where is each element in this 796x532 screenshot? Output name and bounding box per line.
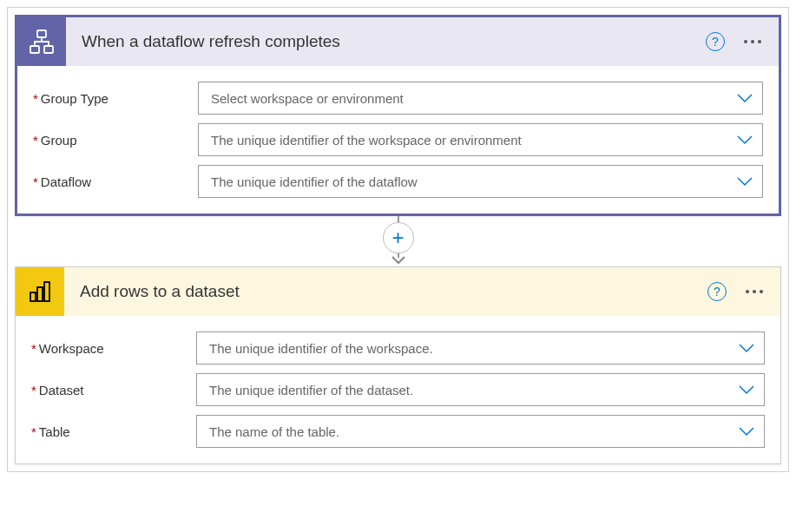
field-label: *Table bbox=[31, 424, 196, 439]
trigger-body: *Group Type Select workspace or environm… bbox=[17, 66, 779, 213]
field-workspace: *Workspace The unique identifier of the … bbox=[31, 332, 765, 365]
powerbi-icon bbox=[16, 267, 64, 316]
svg-rect-7 bbox=[37, 287, 43, 301]
field-label: *Dataflow bbox=[33, 174, 198, 189]
arrow-down-icon bbox=[391, 256, 405, 265]
svg-point-10 bbox=[753, 290, 756, 293]
svg-point-3 bbox=[744, 40, 747, 43]
select-placeholder: The name of the table. bbox=[209, 424, 339, 439]
more-menu-icon[interactable] bbox=[740, 285, 768, 299]
field-label: *Group Type bbox=[33, 91, 198, 106]
trigger-header[interactable]: When a dataflow refresh completes ? bbox=[17, 17, 779, 66]
trigger-title: When a dataflow refresh completes bbox=[66, 32, 706, 51]
field-label: *Workspace bbox=[31, 341, 196, 356]
dataflow-select[interactable]: The unique identifier of the dataflow bbox=[198, 165, 763, 198]
chevron-down-icon bbox=[738, 383, 755, 397]
svg-rect-2 bbox=[44, 46, 53, 53]
svg-point-5 bbox=[758, 40, 761, 43]
svg-rect-0 bbox=[37, 30, 46, 37]
more-menu-icon[interactable] bbox=[739, 35, 766, 49]
field-group-type: *Group Type Select workspace or environm… bbox=[33, 82, 763, 115]
group-type-select[interactable]: Select workspace or environment bbox=[198, 82, 763, 115]
action-card[interactable]: Add rows to a dataset ? *Workspace The u… bbox=[15, 266, 781, 464]
connector: + bbox=[383, 216, 414, 266]
field-label: *Group bbox=[33, 133, 198, 148]
workspace-select[interactable]: The unique identifier of the workspace. bbox=[196, 332, 765, 365]
chevron-down-icon bbox=[736, 133, 753, 148]
select-placeholder: The unique identifier of the dataset. bbox=[209, 383, 413, 397]
action-body: *Workspace The unique identifier of the … bbox=[16, 316, 780, 463]
help-icon[interactable]: ? bbox=[707, 282, 727, 301]
dataflow-icon bbox=[17, 17, 66, 66]
select-placeholder: The unique identifier of the workspace o… bbox=[211, 133, 522, 148]
svg-rect-1 bbox=[30, 46, 39, 53]
action-title: Add rows to a dataset bbox=[64, 282, 707, 301]
svg-point-11 bbox=[760, 290, 763, 293]
select-placeholder: The unique identifier of the dataflow bbox=[211, 174, 418, 189]
select-placeholder: Select workspace or environment bbox=[211, 91, 404, 106]
field-dataflow: *Dataflow The unique identifier of the d… bbox=[33, 165, 763, 198]
field-label: *Dataset bbox=[31, 383, 196, 397]
svg-rect-6 bbox=[30, 292, 36, 301]
svg-point-4 bbox=[751, 40, 754, 43]
help-icon[interactable]: ? bbox=[706, 32, 725, 51]
field-dataset: *Dataset The unique identifier of the da… bbox=[31, 373, 765, 406]
group-select[interactable]: The unique identifier of the workspace o… bbox=[198, 123, 763, 156]
svg-rect-8 bbox=[44, 282, 49, 301]
chevron-down-icon bbox=[736, 91, 753, 106]
table-select[interactable]: The name of the table. bbox=[196, 415, 765, 448]
chevron-down-icon bbox=[738, 424, 755, 439]
chevron-down-icon bbox=[738, 341, 755, 356]
action-header[interactable]: Add rows to a dataset ? bbox=[16, 267, 780, 316]
flow-canvas: When a dataflow refresh completes ? *Gro… bbox=[7, 7, 789, 472]
add-step-button[interactable]: + bbox=[383, 222, 414, 253]
dataset-select[interactable]: The unique identifier of the dataset. bbox=[196, 373, 765, 406]
trigger-card[interactable]: When a dataflow refresh completes ? *Gro… bbox=[15, 15, 781, 216]
chevron-down-icon bbox=[736, 174, 753, 189]
field-group: *Group The unique identifier of the work… bbox=[33, 123, 763, 156]
select-placeholder: The unique identifier of the workspace. bbox=[209, 341, 433, 356]
field-table: *Table The name of the table. bbox=[31, 415, 765, 448]
svg-point-9 bbox=[746, 290, 749, 293]
